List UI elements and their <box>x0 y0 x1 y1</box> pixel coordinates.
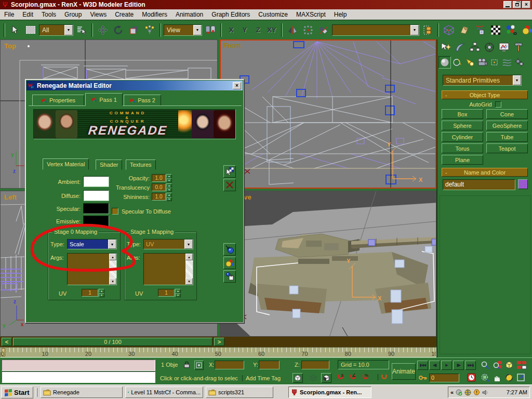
select-cursor-icon[interactable] <box>8 23 22 37</box>
zoom-all-icon[interactable] <box>493 361 503 370</box>
dotted-cube-icon[interactable] <box>308 373 318 383</box>
chevron-down-icon[interactable]: ▼ <box>108 240 116 249</box>
menu-item[interactable]: Graph Editors <box>207 10 254 19</box>
geometry-category-icon[interactable] <box>438 56 451 69</box>
region-zoom-icon[interactable] <box>481 373 490 382</box>
selection-filter-dropdown[interactable]: All ▼ <box>39 24 73 36</box>
select-by-name-icon[interactable] <box>74 23 89 37</box>
volume-icon[interactable] <box>482 389 489 396</box>
uvw-unwrap-icon[interactable] <box>457 23 472 37</box>
axis-constraint-button[interactable]: XY <box>265 23 278 37</box>
time-configuration-icon[interactable] <box>467 373 476 382</box>
helpers-category-icon[interactable] <box>488 56 501 69</box>
subtab-vertex-material[interactable]: Vertex Material <box>43 158 89 170</box>
dialog-close-icon[interactable]: × <box>233 82 241 89</box>
tray-chevron-button[interactable]: « <box>450 389 454 395</box>
named-selection-dropdown[interactable]: ▼ <box>332 24 419 36</box>
use-center-icon[interactable] <box>203 23 218 37</box>
stage1-args-textarea[interactable]: ▲▼ <box>143 253 193 285</box>
playback-button[interactable]: ▶▶▮ <box>465 361 476 370</box>
autogrid-checkbox[interactable] <box>495 101 501 108</box>
render-icon[interactable] <box>520 23 532 37</box>
taskbar-task-scripts321[interactable]: scripts321 <box>206 387 273 398</box>
shininess-value[interactable]: 1.0 <box>152 193 166 201</box>
menu-item[interactable]: Help <box>330 10 351 19</box>
taskbar-task-scorpion-gmax[interactable]: Scorpion.gmax - Ren... <box>288 387 371 398</box>
show-material-in-viewport-button[interactable] <box>223 257 236 269</box>
stage0-type-dropdown[interactable]: Scale ▼ <box>67 239 117 249</box>
menu-item[interactable]: Animation <box>171 10 207 19</box>
render-id-icon[interactable]: ID <box>504 23 518 37</box>
update-notifier-icon[interactable] <box>456 389 462 396</box>
subtab-shader[interactable]: Shader <box>96 159 122 170</box>
menu-item[interactable]: Group <box>60 10 86 19</box>
axis-constraint-button[interactable]: X <box>224 23 238 37</box>
playback-button[interactable]: ▮▶ <box>453 361 464 370</box>
clear-material-button[interactable] <box>223 179 236 191</box>
chevron-down-icon[interactable]: ▼ <box>64 25 73 35</box>
utilities-tab-icon[interactable] <box>511 41 526 54</box>
assign-material-to-selection-button[interactable] <box>223 243 236 256</box>
start-button[interactable]: Start <box>1 387 33 398</box>
add-time-tag-button[interactable]: Add Time Tag <box>242 375 281 381</box>
stage0-args-textarea[interactable]: ▲▼ <box>67 253 117 285</box>
specular-to-diffuse-checkbox[interactable] <box>112 208 118 215</box>
primitive-button[interactable]: GeoSphere <box>486 121 528 130</box>
chevron-down-icon[interactable]: ▼ <box>193 25 202 35</box>
mirror-icon[interactable] <box>285 23 300 37</box>
primitive-button[interactable]: Tube <box>486 132 528 142</box>
zoom-extents-icon[interactable] <box>504 361 514 370</box>
playback-button[interactable]: ▶ <box>441 361 452 370</box>
playback-button[interactable]: ▮◀◀ <box>417 361 428 370</box>
pick-material-from-scene-button[interactable] <box>223 165 236 178</box>
cameras-category-icon[interactable] <box>476 56 488 69</box>
playback-button[interactable]: ◀▮ <box>429 361 440 370</box>
menu-item[interactable]: MAXScript <box>292 10 330 19</box>
chevron-down-icon[interactable]: ▼ <box>410 25 419 35</box>
array-icon[interactable] <box>301 23 315 37</box>
maxscript-listener-field[interactable] <box>2 371 155 383</box>
scale-icon[interactable] <box>127 23 141 37</box>
primitive-button[interactable]: Torus <box>442 143 483 153</box>
stage0-uv-value[interactable]: 1 <box>82 289 98 297</box>
menu-item[interactable]: Customize <box>254 10 292 19</box>
axis-constraint-button[interactable]: Z <box>251 23 265 37</box>
align-icon[interactable] <box>316 23 331 37</box>
scrollbar[interactable]: ▲▼ <box>185 254 193 285</box>
curve-editor-icon[interactable] <box>442 23 456 37</box>
snap-angle-icon[interactable]: ∠ <box>350 374 356 380</box>
object-type-rollout-header[interactable]: - Object Type <box>442 90 528 99</box>
primitive-button[interactable]: Box <box>442 109 483 119</box>
menu-item[interactable]: Modifiers <box>138 10 171 19</box>
dialog-titlebar[interactable]: Renegade Material Editor × <box>26 81 243 90</box>
y-coord-field[interactable] <box>259 361 280 369</box>
spacewarps-category-icon[interactable] <box>501 56 513 69</box>
draft-cube-icon[interactable] <box>292 373 303 383</box>
taskbar-handle[interactable] <box>36 388 37 397</box>
viewport-perspective[interactable]: Y X ctive <box>220 191 436 337</box>
tab-properties[interactable]: Properties <box>32 95 84 106</box>
previous-key-button[interactable]: < <box>2 338 12 346</box>
pan-hand-icon[interactable] <box>493 373 502 382</box>
modify-tab-icon[interactable] <box>453 41 468 54</box>
next-key-button[interactable]: > <box>214 338 224 346</box>
translucency-value[interactable]: 0.0 <box>152 183 166 191</box>
spinner-snap-icon[interactable] <box>378 374 387 380</box>
minimize-icon[interactable] <box>503 1 512 8</box>
primitive-category-dropdown[interactable]: Standard Primitives ▼ <box>443 75 522 86</box>
named-selection-sets-icon[interactable] <box>420 23 435 37</box>
rollout-collapse-icon[interactable]: - <box>445 92 447 98</box>
opacity-spinner[interactable]: ▲▼ <box>166 174 172 182</box>
arc-rotate-icon[interactable] <box>504 373 514 382</box>
primitive-button[interactable]: Cone <box>486 109 528 119</box>
track-bar[interactable]: 0 10203040506070809010 <box>0 347 436 357</box>
specular-color-swatch[interactable] <box>83 203 109 214</box>
reference-coordsys-dropdown[interactable]: View ▼ <box>164 24 202 36</box>
region-select-icon[interactable] <box>23 23 38 37</box>
manipulate-icon[interactable] <box>142 23 157 37</box>
selection-lock-icon[interactable] <box>183 361 191 369</box>
scrollbar[interactable]: ▲▼ <box>109 254 116 285</box>
time-slider[interactable]: 0 / 100 <box>13 338 212 346</box>
rotate-icon[interactable] <box>111 23 126 37</box>
name-color-rollout-header[interactable]: - Name and Color <box>442 168 528 177</box>
